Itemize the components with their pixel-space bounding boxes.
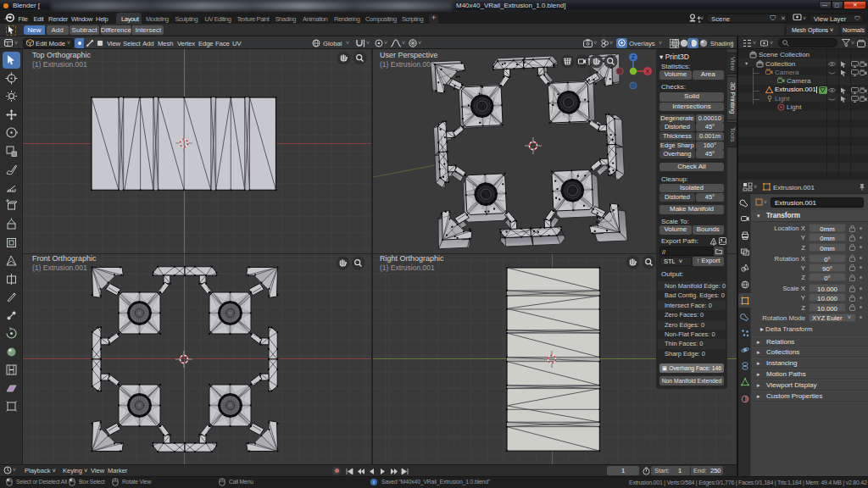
svg-text:Z: Z	[632, 54, 635, 60]
svg-text:X: X	[646, 69, 650, 75]
